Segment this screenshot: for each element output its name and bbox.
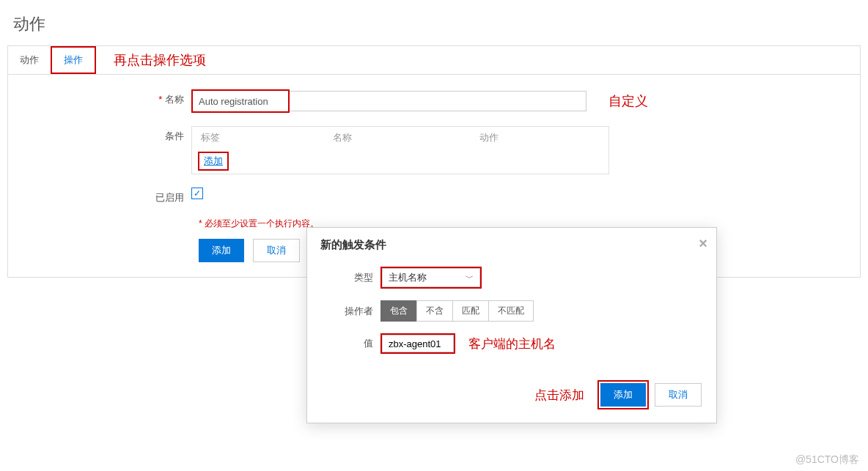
trigger-condition-modal: 新的触发条件 × 类型 主机名称 ﹀ 操作者 包含 不含 匹配 不匹配 值 [306,227,717,423]
type-label: 类型 [322,271,380,284]
tab-action[interactable]: 动作 [8,48,51,73]
tab-operations[interactable]: 操作 [51,46,96,74]
cond-header-name: 名称 [333,131,479,144]
tabs: 动作 操作 再点击操作选项 [8,46,860,75]
operator-contains[interactable]: 包含 [380,300,417,322]
type-select-value: 主机名称 [389,271,427,284]
watermark: @51CTO博客 [795,453,859,467]
chevron-down-icon: ﹀ [466,272,474,283]
operator-label: 操作者 [322,305,380,318]
modal-cancel-button[interactable]: 取消 [655,383,702,407]
name-input-rest[interactable] [290,91,586,111]
modal-add-button[interactable]: 添加 [600,383,646,407]
conditions-label: 条件 [8,126,191,143]
type-select[interactable]: 主机名称 ﹀ [382,268,480,287]
operator-not-contains[interactable]: 不含 [416,300,453,322]
operator-not-match[interactable]: 不匹配 [488,300,534,322]
name-input[interactable] [193,91,288,111]
add-button[interactable]: 添加 [199,239,244,262]
page-title: 动作 [0,0,868,45]
operator-match[interactable]: 匹配 [452,300,489,322]
close-icon[interactable]: × [699,235,707,252]
enabled-label: 已启用 [8,188,191,204]
cond-header-action: 动作 [479,131,600,144]
name-label: 名称 [8,89,191,106]
operator-group: 包含 不含 匹配 不匹配 [380,300,534,322]
annotation-add: 点击添加 [534,387,584,404]
condition-add-link[interactable]: 添加 [204,155,223,166]
cancel-button[interactable]: 取消 [253,239,300,262]
value-label: 值 [322,337,380,350]
modal-title: 新的触发条件 [320,238,386,251]
annotation-value: 客户端的主机名 [468,335,556,352]
conditions-table: 标签 名称 动作 添加 [191,126,609,174]
cond-header-tag: 标签 [201,131,333,144]
annotation-name: 自定义 [608,92,648,110]
annotation-tabs: 再点击操作选项 [114,51,206,69]
value-input[interactable] [382,335,454,352]
enabled-checkbox[interactable]: ✓ [191,188,203,199]
